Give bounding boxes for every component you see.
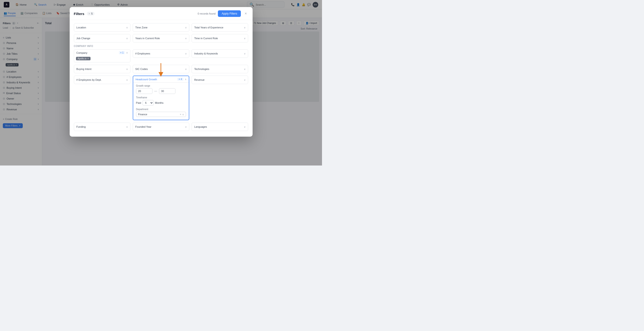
modal-header: Filters × 5 0 records found Apply Filter… [70, 7, 252, 20]
languages-filter[interactable]: Languages ∨ [192, 123, 248, 131]
chevron-down-icon: ∨ [126, 37, 128, 40]
modal-filter-count-badge: × 5 [87, 12, 95, 16]
total-experience-filter[interactable]: Total Years of Experience ∨ [192, 23, 248, 32]
modal-title-area: Filters × 5 [74, 12, 95, 16]
department-clear-icon[interactable]: × [180, 113, 181, 116]
department-chevron-icon: ∨ [182, 113, 184, 116]
chevron-down-icon: ∨ [126, 51, 128, 54]
badge-clear-icon[interactable]: × [120, 51, 122, 54]
time-in-role-filter[interactable]: Time in Current Role ∨ [192, 34, 248, 43]
buying-intent-filter[interactable]: Buying Intent ∨ [74, 65, 130, 73]
sic-codes-filter[interactable]: SIC Codes ∨ [133, 65, 189, 73]
chevron-down-icon: ∨ [244, 26, 246, 29]
chevron-down-icon: ∨ [185, 37, 187, 40]
chevron-down-icon: ∨ [244, 79, 246, 81]
chevron-down-icon: ∨ [244, 52, 246, 55]
timeframe-row: Past 6 3 12 Months [136, 100, 186, 106]
employees-by-dept-filter[interactable]: # Employees by Dept. ∨ [74, 76, 130, 84]
department-select-row[interactable]: Finance × ∨ [136, 112, 186, 117]
modal-header-right: 0 records found Apply Filters × [198, 10, 248, 17]
growth-max-input[interactable] [159, 88, 176, 94]
chevron-down-icon: ∨ [185, 26, 187, 29]
apollo-tag[interactable]: Apollo.io × [76, 57, 90, 60]
growth-min-input[interactable] [136, 88, 152, 94]
founded-year-filter[interactable]: Founded Year ∨ [133, 123, 189, 131]
chevron-down-icon: ∨ [126, 79, 128, 81]
headcount-count-badge: × 4 [177, 78, 184, 81]
modal-overlay: Filters × 5 0 records found Apply Filter… [0, 0, 322, 166]
tag-remove-icon[interactable]: × [88, 57, 89, 60]
company-info-section-label: COMPANY INFO [74, 45, 248, 48]
past-label: Past [136, 101, 141, 104]
headcount-badge-x[interactable]: × [179, 78, 180, 81]
filter-tag-row: Apollo.io × [74, 56, 130, 62]
chevron-down-icon: ∨ [185, 126, 187, 128]
filter-row-1: Location ∨ Time Zone ∨ Total Years of Ex… [74, 23, 248, 32]
modal-badge-count: 5 [91, 12, 93, 15]
records-found-label: 0 records found [198, 12, 216, 15]
filter-row-5: # Employees by Dept. ∨ [74, 76, 248, 120]
filter-row-6: Funding ∨ Founded Year ∨ Languages ∨ [74, 123, 248, 131]
chevron-down-icon: ∨ [244, 37, 246, 40]
chevron-down-icon: ∨ [185, 52, 187, 55]
funding-filter[interactable]: Funding ∨ [74, 123, 130, 131]
headcount-growth-filter[interactable]: Headcount Growth × 4 ∧ Growth range [133, 76, 189, 120]
headcount-body: Growth range — Timeframe Past 6 [133, 82, 189, 120]
chevron-down-icon: ∨ [126, 126, 128, 128]
chevron-down-icon: ∨ [126, 26, 128, 29]
technologies-filter[interactable]: Technologies ∨ [192, 65, 248, 73]
department-value: Finance [138, 113, 180, 116]
badge-x-icon[interactable]: × [89, 12, 90, 15]
revenue-filter[interactable]: Revenue ∨ [192, 76, 248, 84]
headcount-badge-count: 4 [181, 78, 182, 81]
modal-title: Filters [74, 12, 84, 16]
timeframe-label: Timeframe [136, 96, 186, 99]
industry-keywords-filter[interactable]: Industry & Keywords ∨ [192, 49, 248, 58]
modal-close-button[interactable]: × [243, 11, 248, 16]
filter-row-2: Job Change ∨ Years in Current Role ∨ Tim… [74, 34, 248, 43]
chevron-down-icon: ∨ [126, 68, 128, 70]
growth-range-row: — [136, 88, 186, 94]
headcount-header[interactable]: Headcount Growth × 4 ∧ [133, 76, 189, 82]
company-filter-badge: × 1 [119, 51, 124, 54]
filter-row-4: Buying Intent ∨ SIC Codes ∨ Technologies… [74, 65, 248, 73]
headcount-header-right: × 4 ∧ [177, 78, 186, 81]
filters-modal: Filters × 5 0 records found Apply Filter… [70, 7, 252, 137]
growth-range-label: Growth range [136, 85, 186, 87]
chevron-down-icon: ∨ [244, 126, 246, 128]
chevron-up-icon: ∧ [185, 78, 186, 81]
modal-body: Location ∨ Time Zone ∨ Total Years of Ex… [70, 20, 252, 137]
employees-filter[interactable]: # Employees ∨ [133, 49, 189, 58]
apply-filters-button[interactable]: Apply Filters [218, 10, 241, 17]
company-filter-header[interactable]: Company × 1 ∨ [74, 50, 130, 56]
timezone-filter[interactable]: Time Zone ∨ [133, 23, 189, 32]
chevron-down-icon: ∨ [185, 68, 187, 70]
headcount-growth-label: Headcount Growth [136, 78, 157, 81]
months-label: Months [155, 101, 164, 104]
period-select[interactable]: 6 3 12 [142, 100, 154, 106]
chevron-down-icon: ∨ [244, 68, 246, 70]
app-background: A 🏠 Home 🔍 Search ▷ Engage ◆ Enrich ⋮ Op… [0, 0, 322, 166]
filter-row-3: Company × 1 ∨ Apollo.io [74, 49, 248, 63]
location-filter[interactable]: Location ∨ [74, 23, 130, 32]
department-label: Department [136, 108, 186, 111]
years-in-role-filter[interactable]: Years in Current Role ∨ [133, 34, 189, 43]
company-filter-with-tag[interactable]: Company × 1 ∨ Apollo.io [74, 49, 130, 63]
job-change-filter[interactable]: Job Change ∨ [74, 34, 130, 43]
range-dash: — [154, 89, 157, 93]
